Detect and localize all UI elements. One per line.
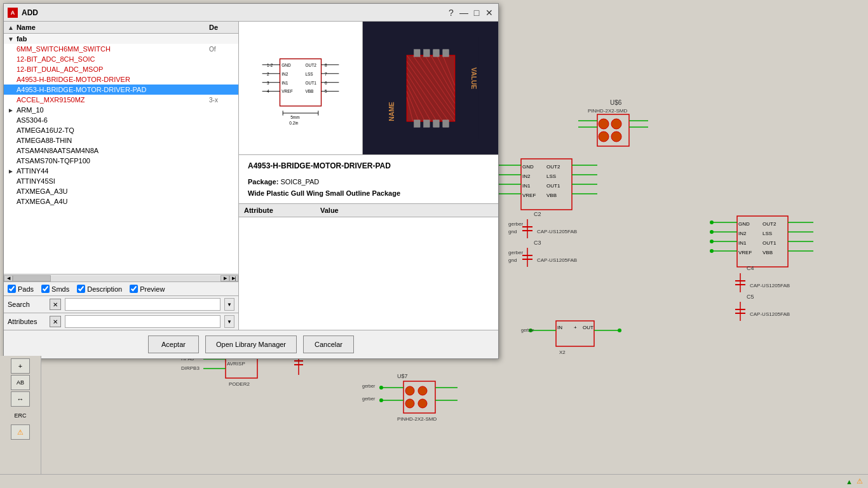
svg-text:LSS: LSS bbox=[305, 71, 313, 76]
dialog-titlebar: A ADD ? — □ ✕ bbox=[4, 4, 498, 22]
aceptar-button[interactable]: Aceptar bbox=[148, 336, 199, 353]
svg-point-65 bbox=[710, 249, 714, 253]
svg-text:IN1: IN1 bbox=[281, 80, 288, 85]
pads-checkbox-input[interactable] bbox=[8, 285, 16, 293]
svg-text:VBB: VBB bbox=[546, 193, 557, 198]
list-item[interactable]: ACCEL_MXR9150MZ 3-x bbox=[4, 95, 238, 105]
list-item-group[interactable]: ► ARM_10 bbox=[4, 105, 238, 115]
svg-text:gerber: gerber bbox=[508, 221, 523, 227]
search-label: Search bbox=[8, 301, 46, 308]
open-library-manager-button[interactable]: Open Library Manager bbox=[205, 336, 297, 353]
item-name: AS5304-6 bbox=[17, 116, 234, 124]
item-desc: Of bbox=[209, 46, 234, 53]
svg-text:U$7: U$7 bbox=[397, 373, 408, 379]
titlebar-controls: ? — □ ✕ bbox=[446, 8, 494, 18]
list-item[interactable]: A4953-H-BRIDGE-MOTOR-DRIVER bbox=[4, 74, 238, 85]
status-right: ▲ ⚠ bbox=[846, 477, 863, 485]
search-input[interactable] bbox=[65, 298, 220, 311]
search-dropdown-arrow[interactable]: ▼ bbox=[224, 298, 234, 311]
svg-text:OUT2: OUT2 bbox=[546, 164, 560, 170]
attr-table-body bbox=[239, 217, 498, 330]
toolbar-ab-btn[interactable]: AB bbox=[11, 375, 30, 390]
svg-text:PODER2: PODER2 bbox=[229, 381, 250, 387]
preview-checkbox-input[interactable] bbox=[130, 285, 138, 293]
list-item[interactable]: ATXMEGA_A4U bbox=[4, 196, 238, 207]
component-title: A4953-H-BRIDGE-MOTOR-DRIVER-PAD bbox=[248, 161, 489, 170]
maximize-button[interactable]: □ bbox=[471, 8, 482, 18]
search-row: Search ✕ ▼ bbox=[4, 295, 238, 313]
description-checkbox[interactable]: Description bbox=[77, 285, 122, 293]
svg-point-5 bbox=[599, 132, 609, 142]
svg-point-6 bbox=[611, 132, 621, 142]
list-item-group[interactable]: ► ATTINY44 bbox=[4, 166, 238, 176]
svg-text:CAP-US1205FAB: CAP-US1205FAB bbox=[537, 257, 577, 263]
svg-point-3 bbox=[599, 119, 609, 129]
cancelar-button[interactable]: Cancelar bbox=[303, 336, 354, 353]
svg-text:IN2: IN2 bbox=[738, 231, 747, 236]
attributes-input[interactable] bbox=[65, 315, 220, 328]
svg-text:GND: GND bbox=[738, 221, 750, 227]
svg-text:OUT2: OUT2 bbox=[305, 62, 316, 67]
preview-checkbox[interactable]: Preview bbox=[130, 285, 165, 293]
list-header: ▲ Name De bbox=[4, 22, 238, 34]
list-item-selected[interactable]: A4953-H-BRIDGE-MOTOR-DRIVER-PAD bbox=[4, 85, 238, 95]
list-item[interactable]: ATTINY45SI bbox=[4, 176, 238, 186]
pads-checkbox[interactable]: Pads bbox=[8, 285, 34, 293]
svg-text:VALUE: VALUE bbox=[470, 67, 477, 89]
svg-text:C2: C2 bbox=[534, 211, 541, 217]
toolbar-warning-btn[interactable]: ⚠ bbox=[11, 424, 30, 440]
svg-point-101 bbox=[379, 386, 383, 390]
hscroll-left-btn[interactable]: ◀ bbox=[4, 275, 13, 281]
svg-text:gerber: gerber bbox=[508, 250, 523, 255]
checkboxes-row: Pads Smds Description Preview bbox=[8, 285, 234, 293]
package-line: Package: SOIC8_PAD bbox=[248, 178, 489, 186]
svg-text:OUT2: OUT2 bbox=[763, 221, 776, 227]
package-value: SOIC8_PAD bbox=[280, 178, 319, 186]
group-collapse-arrow: ▼ bbox=[8, 36, 14, 43]
list-hscroll[interactable]: ◀ ▶ ▶| bbox=[4, 274, 238, 281]
svg-rect-170 bbox=[414, 119, 419, 126]
svg-point-97 bbox=[405, 399, 414, 408]
help-button[interactable]: ? bbox=[446, 8, 456, 18]
hscroll-end-btn[interactable]: ▶| bbox=[229, 275, 238, 281]
search-clear-button[interactable]: ✕ bbox=[50, 299, 61, 310]
svg-point-102 bbox=[379, 398, 383, 402]
list-item[interactable]: 6MM_SWITCH6MM_SWITCH Of bbox=[4, 44, 238, 54]
hscroll-right-btn[interactable]: ▶ bbox=[220, 275, 229, 281]
smds-checkbox-input[interactable] bbox=[41, 285, 50, 293]
list-item[interactable]: 12-BIT_DUAL_ADC_MSOP bbox=[4, 64, 238, 74]
description-checkbox-input[interactable] bbox=[77, 285, 85, 293]
item-name: ACCEL_MXR9150MZ bbox=[17, 96, 209, 104]
group-fab[interactable]: ▼ fab bbox=[4, 34, 238, 44]
svg-text:U$6: U$6 bbox=[610, 99, 622, 106]
svg-text:OUT1: OUT1 bbox=[763, 240, 776, 246]
item-name: 12-BIT_DUAL_ADC_MSOP bbox=[17, 65, 209, 73]
list-item[interactable]: ATXMEGA_A3U bbox=[4, 186, 238, 196]
svg-text:C4: C4 bbox=[747, 265, 754, 271]
list-item[interactable]: AS5304-6 bbox=[4, 115, 238, 125]
toolbar-add-btn[interactable]: + bbox=[11, 358, 30, 374]
smds-checkbox[interactable]: Smds bbox=[41, 285, 69, 293]
item-name: ATTINY45SI bbox=[17, 177, 234, 185]
list-item[interactable]: 12-BIT_ADC_8CH_SOIC bbox=[4, 54, 238, 64]
hscroll-thumb[interactable] bbox=[13, 275, 51, 281]
list-item[interactable]: ATSAMS70N-TQFP100 bbox=[4, 156, 238, 166]
list-item[interactable]: ATMEGA88-THIN bbox=[4, 135, 238, 146]
schematic-preview: 1-2 2 3 4 GND IN2 IN1 VREF OUT2 LSS OUT1… bbox=[239, 22, 363, 154]
svg-text:gnd: gnd bbox=[508, 257, 517, 263]
toolbar-move-btn[interactable]: ↔ bbox=[11, 391, 30, 407]
component-list[interactable]: ▼ fab 6MM_SWITCH6MM_SWITCH Of 12-BIT_ADC… bbox=[4, 34, 238, 274]
hscroll-track[interactable] bbox=[13, 275, 220, 281]
list-item[interactable]: ATSAM4N8AATSAM4N8A bbox=[4, 146, 238, 156]
svg-point-63 bbox=[710, 240, 714, 243]
svg-rect-167 bbox=[423, 49, 429, 56]
minimize-button[interactable]: — bbox=[459, 8, 469, 18]
svg-text:IN2: IN2 bbox=[281, 71, 288, 76]
item-expand-arrow: ► bbox=[8, 168, 14, 175]
attributes-dropdown-arrow[interactable]: ▼ bbox=[224, 315, 234, 328]
attributes-clear-button[interactable]: ✕ bbox=[50, 316, 61, 327]
list-item[interactable]: ATMEGA16U2-TQ bbox=[4, 125, 238, 135]
svg-rect-169 bbox=[442, 49, 448, 56]
close-button[interactable]: ✕ bbox=[484, 8, 494, 18]
svg-text:OUT1: OUT1 bbox=[546, 183, 560, 189]
